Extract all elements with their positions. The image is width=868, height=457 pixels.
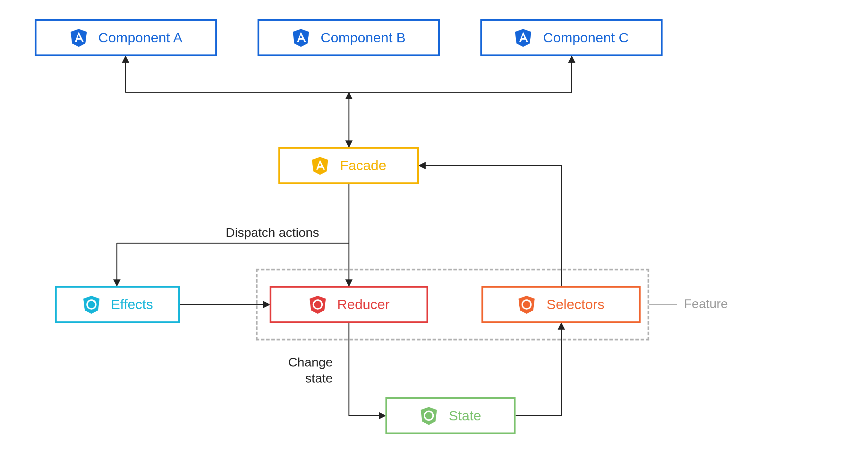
angular-icon (311, 156, 330, 175)
label-feature: Feature (684, 297, 728, 312)
node-label: Selectors (547, 297, 604, 313)
node-effects: Effects (55, 286, 180, 323)
ngrx-icon (420, 406, 438, 426)
connectors (0, 0, 868, 457)
node-label: Component B (321, 30, 406, 46)
node-component-a: Component A (35, 19, 217, 56)
node-reducer: Reducer (270, 286, 428, 323)
node-label: Facade (340, 158, 386, 174)
ngrx-icon (308, 295, 327, 314)
node-label: State (449, 407, 481, 424)
node-state: State (385, 397, 516, 434)
ngrx-icon (518, 295, 536, 314)
node-component-c: Component C (480, 19, 662, 56)
label-dispatch-actions: Dispatch actions (226, 225, 319, 241)
edge-selectors-facade (419, 165, 561, 286)
node-facade: Facade (278, 147, 419, 184)
node-selectors: Selectors (482, 286, 641, 323)
node-label: Reducer (337, 297, 390, 313)
node-label: Component A (98, 30, 182, 46)
node-component-b: Component B (257, 19, 440, 56)
angular-icon (69, 28, 88, 48)
node-label: Component C (543, 30, 629, 46)
label-change-state: Change state (288, 354, 333, 386)
ngrx-icon (82, 295, 100, 314)
node-label: Effects (111, 297, 153, 313)
angular-icon (514, 28, 533, 48)
angular-icon (291, 28, 310, 48)
diagram-canvas: Component A Component B Component C Faca… (0, 0, 868, 457)
